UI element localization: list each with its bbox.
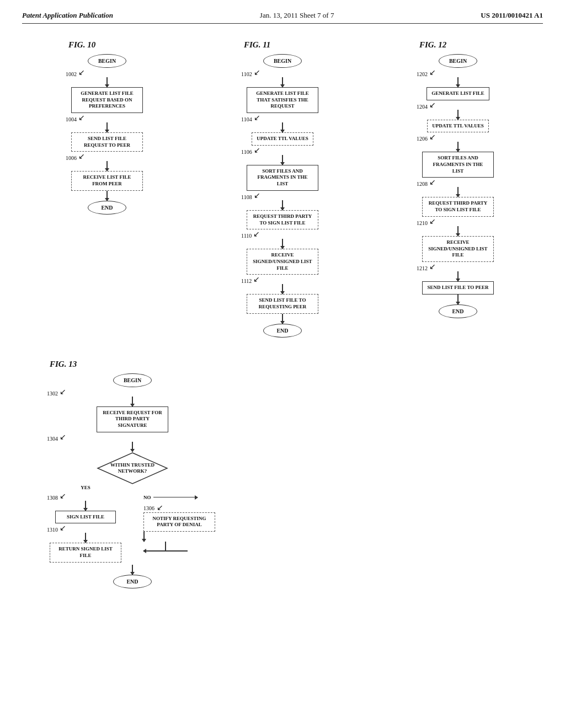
fig13-no-label-row: NO	[143, 495, 198, 500]
fig13-merge-line	[143, 550, 188, 552]
fig10-ref-1004: 1004 ↙	[66, 113, 85, 122]
fig12-ref-1206: 1206 ↙	[417, 132, 436, 142]
fig10-ref-1002: 1002 ↙	[66, 68, 85, 77]
fig10-title: FIG. 10	[68, 40, 95, 50]
fig13-arrow2	[132, 442, 133, 452]
fig11-node5: RECEIVE SIGNED/UNSIGNED LIST FILE	[247, 249, 318, 275]
fig11-node6: SEND LIST FILE TO REQUESTING PEER	[247, 294, 318, 313]
fig11-arrow3	[282, 155, 283, 165]
fig11-arrow1	[282, 77, 283, 87]
fig11-title: FIG. 11	[244, 40, 270, 50]
fig12-arrow4	[457, 187, 459, 197]
fig13-end-section: END	[113, 565, 152, 588]
fig13-horiz-arrow	[153, 497, 198, 498]
fig12: FIG. 12 BEGIN 1202 ↙ GENERATE LIST FILE …	[414, 40, 502, 318]
fig10-begin-wrapper: BEGIN	[88, 54, 126, 68]
fig13-branch: YES 1308 ↙ SIGN LIST FILE 1310 ↙	[44, 485, 221, 563]
fig13: FIG. 13 BEGIN 1302 ↙ RECEIVE REQUEST FOR…	[44, 360, 221, 588]
fig13-node1: RECEIVE REQUEST FOR THIRD PARTY SIGNATUR…	[97, 406, 168, 432]
fig10-arrow3	[106, 161, 108, 171]
fig12-arrow2	[457, 110, 459, 120]
fig11-arrow7	[282, 314, 283, 324]
page: Patent Application Publication Jan. 13, …	[0, 0, 565, 728]
header-publication: Patent Application Publication	[22, 11, 113, 20]
fig13-end-arrow	[132, 565, 133, 575]
fig13-diamond-label: WITHIN TRUSTEDNETWORK?	[110, 462, 154, 474]
fig12-ref-1210: 1210 ↙	[417, 217, 436, 226]
fig12-node6: SEND LIST FILE TO PEER	[422, 281, 493, 295]
fig13-ref-1306: 1306 ↙	[143, 502, 163, 512]
fig12-end: END	[439, 304, 477, 318]
fig12-ref-1204: 1204 ↙	[417, 100, 436, 110]
fig13-ref-1302: 1302 ↙	[47, 387, 66, 397]
fig11-arrow2	[282, 122, 283, 132]
fig11-arrow5	[282, 239, 283, 249]
fig12-arrow7	[457, 295, 459, 304]
fig10-arrow1	[106, 77, 108, 87]
fig13-yes-branch: YES 1308 ↙ SIGN LIST FILE 1310 ↙	[44, 485, 127, 563]
fig10-arrow4	[106, 191, 108, 201]
top-row: FIG. 10 BEGIN 1002 ↙ GENERATE LIST FILE …	[22, 40, 543, 338]
fig13-title: FIG. 13	[50, 360, 77, 369]
fig11-begin: BEGIN	[263, 54, 302, 68]
fig11-node3: SORT FILES AND FRAGMENTS IN THE LIST	[247, 165, 318, 191]
fig10-node1: GENERATE LIST FILE REQUEST BASED ON PREF…	[71, 87, 143, 113]
fig13-diamond-wrapper: WITHIN TRUSTEDNETWORK?	[97, 452, 168, 485]
fig11-ref-1106: 1106 ↙	[241, 146, 260, 155]
fig11-node1: GENERATE LIST FILE THAT SATISFIES THE RE…	[247, 87, 318, 113]
fig10-begin-node: BEGIN	[88, 54, 126, 68]
fig13-ref-1308: 1308 ↙	[47, 491, 66, 501]
fig13-yes-arrow2	[85, 533, 86, 543]
fig13-yes-label: YES	[81, 485, 90, 490]
fig13-no-content: NO 1306 ↙ NOTIFY REQUESTING PARTY OF D	[143, 495, 215, 552]
fig12-node3: SORT FILES AND FRAGMENTS IN THE LIST	[422, 152, 494, 178]
header-patent-number: US 2011/0010421 A1	[481, 11, 543, 20]
fig13-no-arrow2	[143, 532, 145, 542]
fig10-node2: SEND LIST FILE REQUEST TO PEER	[71, 132, 143, 152]
fig13-no-branch: NO 1306 ↙ NOTIFY REQUESTING PARTY OF D	[127, 485, 221, 552]
fig12-ref-1208: 1208 ↙	[417, 178, 436, 187]
fig13-no-merge	[143, 542, 188, 552]
fig10-end-node: END	[88, 201, 126, 215]
fig13-yes-arrow1	[85, 501, 86, 511]
fig12-begin: BEGIN	[439, 54, 477, 68]
diagrams-container: FIG. 10 BEGIN 1002 ↙ GENERATE LIST FILE …	[22, 40, 543, 588]
fig11-ref-1110: 1110 ↙	[241, 229, 260, 239]
fig12-arrow1	[457, 77, 459, 87]
bottom-row: FIG. 13 BEGIN 1302 ↙ RECEIVE REQUEST FOR…	[22, 360, 543, 588]
fig12-node5: RECEIVE SIGNED/UNSIGNED LIST FILE	[422, 236, 494, 262]
fig10-ref-1006: 1006 ↙	[66, 152, 85, 161]
fig13-begin: BEGIN	[113, 373, 152, 387]
fig11-arrow4	[282, 200, 283, 210]
fig11: FIG. 11 BEGIN 1102 ↙ GENERATE LIST FILE …	[238, 40, 327, 338]
fig10: FIG. 10 BEGIN 1002 ↙ GENERATE LIST FILE …	[63, 40, 151, 215]
fig13-merge-horiz	[143, 550, 188, 552]
fig13-notify-node: NOTIFY REQUESTING PARTY OF DENIAL	[143, 512, 215, 532]
fig11-node2: UPDATE TTL VALUES	[252, 132, 313, 146]
fig13-end: END	[113, 575, 152, 588]
fig11-node4: REQUEST THIRD PARTY TO SIGN LIST FILE	[247, 210, 318, 229]
fig12-node2: UPDATE TTL VALUES	[427, 120, 488, 133]
yes-text: YES	[81, 485, 90, 490]
fig13-flow: BEGIN 1302 ↙ RECEIVE REQUEST FOR THIRD P…	[44, 373, 221, 588]
fig10-node3: RECEIVE LIST FILE FROM PEER	[71, 171, 143, 190]
arrow-left-head	[143, 549, 146, 553]
fig12-node4: REQUEST THIRD PARTY TO SIGN LIST FILE	[422, 197, 494, 216]
fig12-title: FIG. 12	[419, 40, 446, 50]
page-header: Patent Application Publication Jan. 13, …	[22, 11, 543, 24]
fig12-ref-1212: 1212 ↙	[417, 262, 436, 271]
fig13-ref-1310: 1310 ↙	[47, 523, 66, 533]
fig11-ref-1102: 1102 ↙	[241, 68, 260, 77]
fig12-ref-1202: 1202 ↙	[417, 68, 436, 77]
fig12-node1: GENERATE LIST FILE	[427, 87, 489, 100]
fig12-arrow5	[457, 226, 459, 236]
arrow-right-head	[195, 495, 198, 500]
fig12-arrow3	[457, 142, 459, 152]
fig11-ref-1108: 1108 ↙	[241, 191, 260, 200]
fig13-diamond: WITHIN TRUSTEDNETWORK?	[97, 452, 168, 485]
header-date-sheet: Jan. 13, 2011 Sheet 7 of 7	[260, 11, 334, 20]
fig13-no-down	[165, 542, 166, 550]
fig13-ref-1304: 1304 ↙	[47, 432, 66, 442]
fig11-ref-1112: 1112 ↙	[241, 275, 260, 284]
fig13-return-node: RETURN SIGNED LIST FILE	[50, 543, 121, 562]
